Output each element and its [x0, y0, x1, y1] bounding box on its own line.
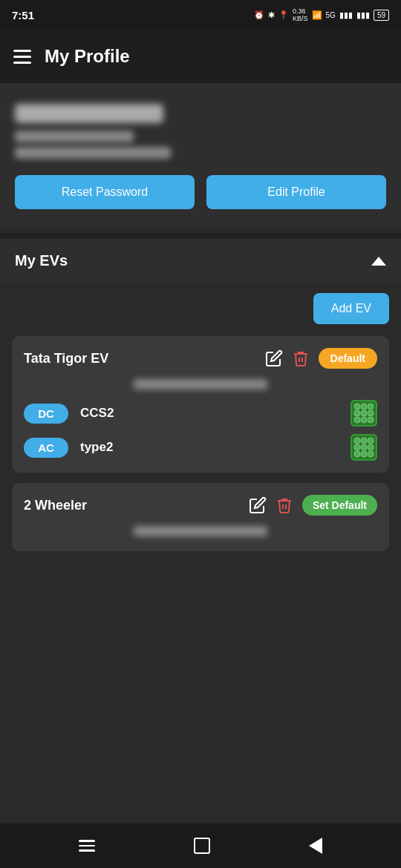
connector-row-dc: DC CCS2	[24, 400, 377, 427]
nav-back-icon[interactable]	[309, 838, 322, 854]
ev-card-header-tata: Tata Tigor EV Default	[24, 348, 377, 369]
bottom-nav	[0, 823, 401, 868]
badge-default-tata: Default	[319, 348, 377, 369]
ev-registration-blurred-2wheeler	[134, 526, 267, 536]
bluetooth-icon: ✱	[268, 10, 275, 20]
ev-card-tata-tigor: Tata Tigor EV Default DC	[12, 336, 389, 473]
svg-point-8	[361, 417, 367, 423]
edit-ev-icon-2wheeler[interactable]	[249, 496, 267, 514]
status-time: 7:51	[12, 9, 34, 22]
my-evs-header[interactable]: My EVs	[0, 239, 401, 283]
status-bar: 7:51 ⏰ ✱ 📍 0.36KB/S 📶 5G ▮▮▮ ▮▮▮ 59	[0, 0, 401, 30]
profile-name-blurred	[15, 104, 163, 123]
svg-point-5	[361, 410, 367, 416]
alarm-icon: ⏰	[254, 10, 264, 20]
svg-point-4	[354, 410, 360, 416]
edit-profile-button[interactable]: Edit Profile	[206, 175, 386, 209]
ev-card-header-2wheeler: 2 Wheeler Set Default	[24, 495, 377, 516]
svg-point-18	[361, 451, 367, 457]
svg-point-1	[354, 404, 360, 410]
profile-section: Reset Password Edit Profile	[0, 83, 401, 227]
badge-set-default-2wheeler[interactable]: Set Default	[302, 495, 377, 516]
delete-ev-icon-tata[interactable]	[292, 349, 310, 367]
ev-content: Add EV Tata Tigor EV Default	[0, 284, 401, 573]
profile-phone-blurred	[15, 147, 171, 159]
connector-type-type2: type2	[80, 440, 339, 455]
connector-row-ac: AC type2	[24, 434, 377, 461]
svg-point-12	[361, 438, 367, 444]
svg-point-9	[368, 417, 374, 423]
edit-ev-icon-tata[interactable]	[265, 349, 283, 367]
connector-badge-ac: AC	[24, 438, 68, 458]
connector-grid-icon-dc	[351, 400, 377, 427]
wifi-icon: 📶	[312, 10, 322, 20]
ev-registration-blurred-tata	[134, 379, 267, 389]
reset-password-button[interactable]: Reset Password	[15, 175, 195, 209]
ev-connectors-tata: DC CCS2 AC type2	[24, 400, 377, 461]
add-ev-row: Add EV	[12, 293, 389, 324]
add-ev-button[interactable]: Add EV	[313, 293, 389, 324]
page-title: My Profile	[45, 46, 130, 67]
my-evs-title: My EVs	[15, 252, 68, 269]
svg-point-11	[354, 438, 360, 444]
status-icons: ⏰ ✱ 📍 0.36KB/S 📶 5G ▮▮▮ ▮▮▮ 59	[254, 7, 389, 22]
data-speed-indicator: 0.36KB/S	[293, 7, 308, 22]
signal-bar-icon2: ▮▮▮	[356, 10, 370, 20]
svg-point-6	[368, 410, 374, 416]
svg-point-19	[368, 451, 374, 457]
svg-point-15	[361, 444, 367, 450]
ev-card-2wheeler: 2 Wheeler Set Default	[12, 483, 389, 551]
profile-info	[15, 104, 386, 159]
svg-point-16	[368, 444, 374, 450]
svg-point-17	[354, 451, 360, 457]
svg-point-13	[368, 438, 374, 444]
delete-ev-icon-2wheeler[interactable]	[276, 496, 293, 514]
svg-point-14	[354, 444, 360, 450]
ev-name-tata: Tata Tigor EV	[24, 351, 256, 366]
location-icon: 📍	[278, 10, 289, 20]
nav-hamburger-icon[interactable]	[79, 840, 95, 852]
svg-point-7	[354, 417, 360, 423]
ev-name-2wheeler: 2 Wheeler	[24, 498, 240, 513]
svg-point-3	[368, 404, 374, 410]
section-divider	[0, 233, 401, 239]
hamburger-menu-icon[interactable]	[13, 50, 31, 64]
connector-grid-icon-ac	[351, 434, 377, 461]
battery-icon: 59	[374, 10, 389, 21]
profile-buttons: Reset Password Edit Profile	[15, 175, 386, 209]
signal-bar-icon1: ▮▮▮	[339, 10, 353, 20]
svg-point-2	[361, 404, 367, 410]
connector-badge-dc: DC	[24, 404, 68, 424]
profile-email-blurred	[15, 131, 134, 142]
top-bar: My Profile	[0, 30, 401, 83]
signal-5g-icon: 5G	[326, 11, 336, 19]
nav-home-icon[interactable]	[194, 838, 210, 854]
connector-type-ccs2: CCS2	[80, 406, 339, 421]
chevron-up-icon	[371, 257, 386, 266]
